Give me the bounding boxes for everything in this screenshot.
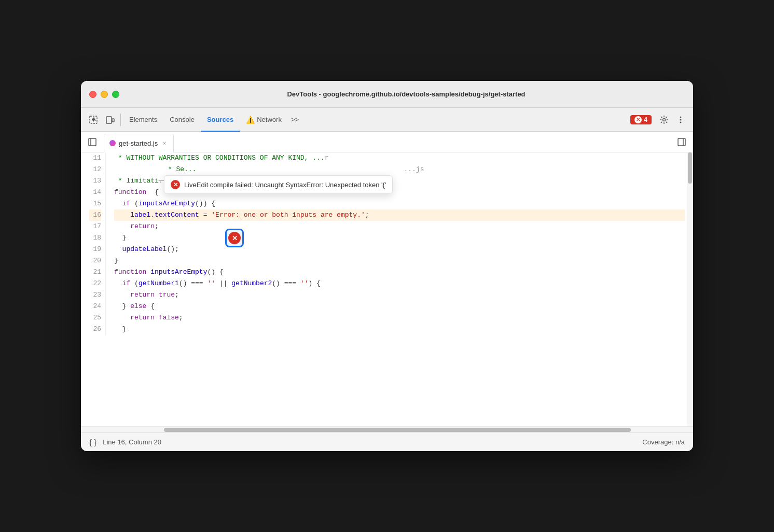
code-overflow: ...js [196,164,424,175]
line-num-21: 21 [89,267,101,278]
svg-point-3 [663,118,666,121]
line-num-18: 18 [89,232,101,244]
code-text: = [199,209,211,221]
code-text: ()) { [195,198,215,209]
line-num-22: 22 [89,278,101,289]
code-indent [114,244,122,255]
code-text: } [122,232,127,244]
error-tooltip-message: LiveEdit compile failed: Uncaught Syntax… [184,181,386,189]
maximize-button[interactable] [112,91,119,98]
inspect-icon[interactable] [85,111,102,128]
title-bar: DevTools - googlechrome.github.io/devtoo… [81,81,693,108]
tab-elements[interactable]: Elements [123,108,163,132]
line-num-24: 24 [89,301,101,312]
error-circle-outer: ✕ [225,229,244,247]
line-numbers: 11 12 13 14 15 16 17 18 19 20 21 22 23 2… [81,152,106,335]
code-var: label [130,209,150,221]
file-tab-name: get-started.js [119,139,158,147]
code-line-24: } else { [114,301,685,312]
code-text: (); [167,244,178,255]
vertical-scrollbar[interactable] [687,152,693,335]
code-overflow: r [325,152,329,164]
code-line-12: * Se... ...js [114,164,685,175]
code-indent [114,221,130,232]
code-keyword: return [130,289,155,301]
code-keyword: if [122,278,131,289]
line-num-11: 11 [89,152,101,164]
code-indent [114,312,130,324]
code-text2: ) { [309,278,321,289]
file-tab-get-started[interactable]: get-started.js × [104,134,174,152]
warning-icon: ⚠️ [246,116,255,124]
status-bar: { } Line 16, Column 20 Coverage: n/a [81,432,693,451]
panel-toggle-button[interactable] [85,135,100,149]
tab-console[interactable]: Console [163,108,201,132]
code-text: } [122,324,127,335]
code-fn2: getNumber2 [231,278,272,289]
svg-rect-2 [112,119,114,122]
code-line-23: return true ; [114,289,685,301]
error-count: 4 [644,116,647,123]
code-string: '' [207,278,215,289]
file-tab-bar: get-started.js × [81,132,693,152]
collapse-panel-button[interactable] [674,135,689,149]
code-line-15: if ( inputsAreEmpty ()) { [114,198,685,209]
code-text: ; [365,209,369,221]
window-title: DevTools - googlechrome.github.io/devtoo… [128,90,685,98]
code-indent [114,198,122,209]
code-text: . [150,209,155,221]
device-toggle-icon[interactable] [102,111,118,128]
code-string2: '' [300,278,309,289]
close-button[interactable] [89,91,96,98]
error-badge[interactable]: ✕ 4 [630,115,652,124]
code-text: * Se... [164,164,196,175]
braces-icon[interactable]: { } [89,438,96,446]
more-menu-icon[interactable] [672,111,689,128]
code-text: } [114,255,118,267]
code-indent [114,278,122,289]
line-num-19: 19 [89,244,101,255]
code-text: { [146,187,158,198]
code-text: ( [130,198,139,209]
code-prop: textContent [155,209,199,221]
code-keyword: function [114,267,146,278]
file-tab-close[interactable]: × [161,139,168,147]
code-line-18: } [114,232,685,244]
line-num-13: 13 [89,175,101,187]
code-line-26: } [114,324,685,335]
code-indent [114,324,122,335]
code-text: ; [179,312,183,324]
settings-icon[interactable] [656,111,672,128]
error-circle-overlay[interactable]: ✕ [225,229,244,247]
code-bool: false [159,312,179,324]
code-line-11: * WITHOUT WARRANTIES OR CONDITIONS OF AN… [114,152,685,164]
svg-point-6 [680,121,682,123]
tab-divider-1 [120,114,121,126]
code-fn: updateLabel [122,244,167,255]
horizontal-scrollbar[interactable] [81,426,693,432]
code-indent [114,289,130,301]
tab-network[interactable]: ⚠️ Network [240,108,288,132]
code-text: } [122,301,131,312]
code-fn: inputsAreEmpty [139,198,195,209]
line-num-14: 14 [89,187,101,198]
svg-rect-7 [89,138,96,146]
code-text: || [215,278,231,289]
minimize-button[interactable] [101,91,108,98]
line-num-16: 16 [89,209,101,221]
code-string: 'Error: one or both inputs are empty.' [211,209,365,221]
more-tabs-button[interactable]: >> [288,108,302,132]
svg-point-5 [680,119,682,120]
tab-sources[interactable]: Sources [201,108,240,132]
code-keyword: function [114,187,146,198]
code-text: ; [155,221,159,232]
error-circle-inner: ✕ [228,232,241,244]
svg-point-4 [680,116,682,118]
code-indent [114,232,122,244]
code-editor[interactable]: ✕ LiveEdit compile failed: Uncaught Synt… [81,152,693,426]
cursor-position: Line 16, Column 20 [103,438,161,446]
code-fn: getNumber1 [139,278,179,289]
scrollbar-thumb [164,428,631,432]
svg-rect-9 [678,138,685,146]
line-num-12: 12 [89,164,101,175]
